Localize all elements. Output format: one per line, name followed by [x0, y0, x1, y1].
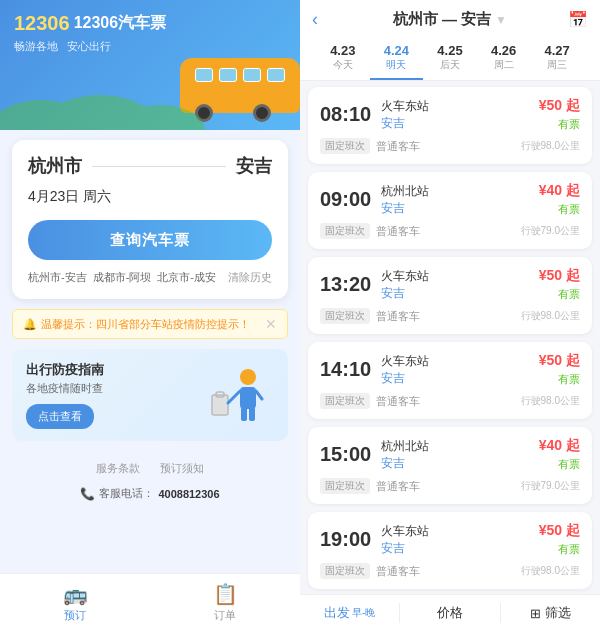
- trip-bus-type-3: 普通客车: [376, 394, 420, 409]
- trip-card-5[interactable]: 19:00 火车东站 安吉 ¥50 起 有票 固定班次 普通客车 行驶98.0公…: [308, 512, 592, 589]
- filter-btn[interactable]: ⊞ 筛选: [501, 603, 600, 623]
- trip-time-0: 08:10: [320, 103, 371, 126]
- title-from: 杭州市: [393, 10, 438, 29]
- orders-icon: 📋: [213, 582, 238, 606]
- trip-card-2[interactable]: 13:20 火车东站 安吉 ¥50 起 有票 固定班次 普通客车 行驶98.0公…: [308, 257, 592, 334]
- bottom-nav: 🚌 预订 📋 订单: [0, 573, 300, 631]
- history-row: 杭州市-安吉 成都市-阿坝 北京市-成安 清除历史: [28, 270, 272, 285]
- trip-to-4: 安吉: [381, 455, 529, 472]
- sort-early-late-label: 早-晚: [352, 606, 375, 620]
- trip-bus-type-2: 普通客车: [376, 309, 420, 324]
- history-tag-1[interactable]: 成都市-阿坝: [93, 270, 152, 285]
- date-tab-2[interactable]: 4.25 后天: [423, 37, 477, 80]
- svg-line-10: [256, 391, 262, 399]
- history-tag-2[interactable]: 北京市-成安: [157, 270, 216, 285]
- trip-distance-1: 行驶79.0公里: [521, 224, 580, 238]
- travel-date[interactable]: 4月23日 周六: [28, 188, 272, 206]
- date-tab-3[interactable]: 4.26 周二: [477, 37, 531, 80]
- trip-availability-3: 有票: [539, 372, 580, 387]
- from-city[interactable]: 杭州市: [28, 154, 82, 178]
- trip-stations-4: 杭州北站 安吉: [381, 438, 529, 472]
- trip-distance-5: 行驶98.0公里: [521, 564, 580, 578]
- header-title: 杭州市 — 安吉 ▼: [393, 10, 507, 29]
- trip-availability-5: 有票: [539, 542, 580, 557]
- covid-card: 出行防疫指南 各地疫情随时查 点击查看: [12, 349, 288, 441]
- trip-footer-0: 固定班次 普通客车 行驶98.0公里: [320, 138, 580, 154]
- to-city[interactable]: 安吉: [236, 154, 272, 178]
- trip-card-1[interactable]: 09:00 杭州北站 安吉 ¥40 起 有票 固定班次 普通客车 行驶79.0公…: [308, 172, 592, 249]
- search-card: 杭州市 安吉 4月23日 周六 查询汽车票 杭州市-安吉 成都市-阿坝 北京市-…: [12, 140, 288, 299]
- trip-price-block-3: ¥50 起 有票: [539, 352, 580, 387]
- notice-text: 🔔 温馨提示：四川省部分车站疫情防控提示！: [23, 317, 250, 332]
- trip-availability-1: 有票: [539, 202, 580, 217]
- trip-distance-2: 行驶98.0公里: [521, 309, 580, 323]
- notice-bar: 🔔 温馨提示：四川省部分车站疫情防控提示！ ✕: [12, 309, 288, 339]
- trip-type-badge-1: 固定班次: [320, 223, 370, 239]
- phone-number[interactable]: 4008812306: [158, 488, 219, 500]
- trip-distance-0: 行驶98.0公里: [521, 139, 580, 153]
- trip-type-badge-0: 固定班次: [320, 138, 370, 154]
- trip-stations-0: 火车东站 安吉: [381, 98, 529, 132]
- covid-btn[interactable]: 点击查看: [26, 404, 94, 429]
- trip-card-0[interactable]: 08:10 火车东站 安吉 ¥50 起 有票 固定班次 普通客车 行驶98.0公…: [308, 87, 592, 164]
- trip-bus-type-1: 普通客车: [376, 224, 420, 239]
- trip-price-5: ¥50 起: [539, 522, 580, 540]
- nav-booking[interactable]: 🚌 预订: [0, 574, 150, 631]
- clear-history-btn[interactable]: 清除历史: [228, 270, 272, 285]
- left-panel: 12306 12306汽车票 畅游各地 安心出行: [0, 0, 300, 631]
- trip-time-3: 14:10: [320, 358, 371, 381]
- trip-price-block-0: ¥50 起 有票: [539, 97, 580, 132]
- trip-footer-4: 固定班次 普通客车 行驶79.0公里: [320, 478, 580, 494]
- title-separator: —: [442, 11, 457, 28]
- filter-label: 筛选: [545, 604, 571, 622]
- covid-title: 出行防疫指南: [26, 361, 194, 379]
- footer-links: 服务条款 预订须知: [0, 461, 300, 476]
- route-row: 杭州市 安吉: [28, 154, 272, 178]
- trip-price-2: ¥50 起: [539, 267, 580, 285]
- phone-label: 客服电话：: [99, 486, 154, 501]
- terms-link[interactable]: 服务条款: [96, 461, 140, 476]
- svg-rect-3: [212, 395, 228, 415]
- back-button[interactable]: ‹: [312, 9, 318, 30]
- date-tab-1[interactable]: 4.24 明天: [370, 37, 424, 80]
- date-tab-0[interactable]: 4.23 今天: [316, 37, 370, 80]
- trip-footer-1: 固定班次 普通客车 行驶79.0公里: [320, 223, 580, 239]
- trip-price-4: ¥40 起: [539, 437, 580, 455]
- sort-price-btn[interactable]: 价格: [400, 603, 499, 623]
- trip-stations-2: 火车东站 安吉: [381, 268, 529, 302]
- trip-card-3[interactable]: 14:10 火车东站 安吉 ¥50 起 有票 固定班次 普通客车 行驶98.0公…: [308, 342, 592, 419]
- trip-main-5: 19:00 火车东站 安吉 ¥50 起 有票: [320, 522, 580, 557]
- trip-time-2: 13:20: [320, 273, 371, 296]
- trip-to-1: 安吉: [381, 200, 529, 217]
- history-tag-0[interactable]: 杭州市-安吉: [28, 270, 87, 285]
- trip-to-3: 安吉: [381, 370, 529, 387]
- trip-from-1: 杭州北站: [381, 183, 529, 200]
- history-tags: 杭州市-安吉 成都市-阿坝 北京市-成安: [28, 270, 216, 285]
- svg-point-5: [240, 369, 256, 385]
- trips-list: 08:10 火车东站 安吉 ¥50 起 有票 固定班次 普通客车 行驶98.0公…: [300, 81, 600, 594]
- nav-orders[interactable]: 📋 订单: [150, 574, 300, 631]
- depart-label: 出发: [324, 604, 350, 622]
- trip-card-4[interactable]: 15:00 杭州北站 安吉 ¥40 起 有票 固定班次 普通客车 行驶79.0公…: [308, 427, 592, 504]
- trip-availability-4: 有票: [539, 457, 580, 472]
- trip-time-5: 19:00: [320, 528, 371, 551]
- trip-from-2: 火车东站: [381, 268, 529, 285]
- trip-from-0: 火车东站: [381, 98, 529, 115]
- trip-price-block-4: ¥40 起 有票: [539, 437, 580, 472]
- booking-icon: 🚌: [63, 582, 88, 606]
- notice-close-btn[interactable]: ✕: [265, 316, 277, 332]
- search-button[interactable]: 查询汽车票: [28, 220, 272, 260]
- calendar-button[interactable]: 📅: [568, 10, 588, 29]
- trip-stations-5: 火车东站 安吉: [381, 523, 529, 557]
- booking-notice-link[interactable]: 预订须知: [160, 461, 204, 476]
- date-tab-4[interactable]: 4.27 周三: [530, 37, 584, 80]
- trip-from-5: 火车东站: [381, 523, 529, 540]
- app-header: 12306 12306汽车票 畅游各地 安心出行: [0, 0, 300, 130]
- app-subtitle: 畅游各地 安心出行: [14, 39, 286, 54]
- sort-depart-btn[interactable]: 出发 早-晚: [300, 603, 399, 623]
- title-dropdown-arrow[interactable]: ▼: [495, 13, 507, 27]
- trip-availability-2: 有票: [539, 287, 580, 302]
- trip-from-4: 杭州北站: [381, 438, 529, 455]
- person-svg: [204, 365, 274, 425]
- header-top: ‹ 杭州市 — 安吉 ▼ 📅: [312, 10, 588, 29]
